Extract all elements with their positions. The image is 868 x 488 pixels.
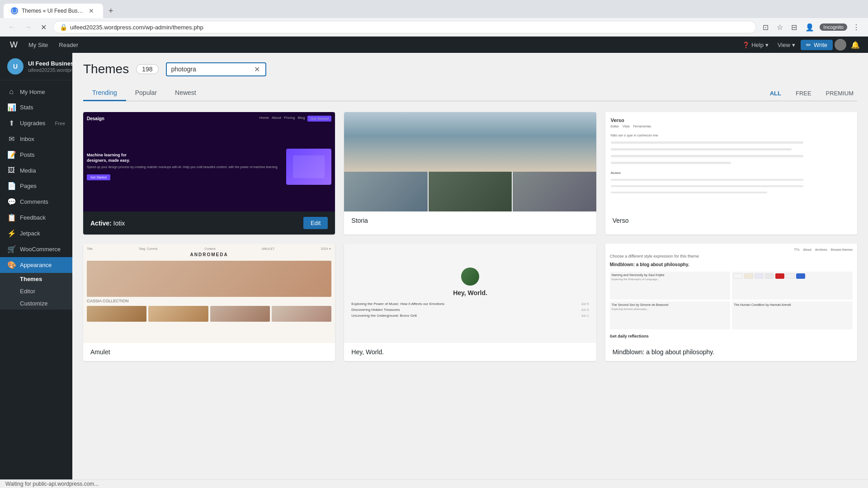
amulet-name: Amulet [90, 348, 110, 356]
write-button[interactable]: ✏ Write [801, 40, 833, 50]
sidebar-site-info[interactable]: U UI Feed Business uifeed20235.wordpress… [0, 53, 72, 80]
storia-img-1 [344, 172, 427, 211]
filter-free[interactable]: FREE [792, 88, 815, 99]
theme-card-hey[interactable]: Hey, World. Exploring the Power of Music… [344, 244, 596, 361]
tab-title: Themes « UI Feed Business — W... [22, 8, 83, 14]
help-button[interactable]: ❓ Help ▾ [739, 37, 772, 53]
sidebar-item-feedback[interactable]: 📋 Feedback [0, 210, 72, 225]
sidebar-sub-customize[interactable]: Customize [0, 297, 72, 310]
mb-card-2 [732, 272, 853, 300]
stats-icon: 📊 [7, 103, 15, 112]
badge-blue [796, 273, 805, 279]
theme-card-iotix[interactable]: Desaign Home About Pricing Blog Get Star… [83, 112, 335, 235]
verso-line-5 [611, 179, 804, 181]
help-icon: ❓ [742, 42, 750, 48]
search-clear-button[interactable]: ✕ [253, 65, 261, 74]
theme-active-bar: Active: Iotix Edit [83, 211, 335, 235]
sidebar-item-woocommerce[interactable]: 🛒 WooCommerce [0, 241, 72, 257]
themes-search-container[interactable]: ✕ [166, 62, 266, 76]
back-button[interactable]: ← [5, 21, 18, 33]
more-menu-button[interactable]: ⋮ [850, 21, 863, 33]
theme-verso-info: Verso [605, 211, 857, 230]
filter-premium[interactable]: PREMIUM [822, 88, 857, 99]
theme-card-verso[interactable]: Verso Editar Vista Ferramentas Não sei o… [605, 112, 857, 235]
jetpack-icon: ⚡ [7, 229, 15, 238]
theme-mindblown-info: Mindblown: a blog about philosophy. [605, 343, 857, 361]
security-icon: 🔒 [60, 23, 67, 31]
reload-button[interactable]: ✕ [38, 21, 49, 33]
new-tab-button[interactable]: + [105, 5, 117, 18]
theme-verso-screenshot: Verso Editar Vista Ferramentas Não sei o… [605, 112, 857, 211]
bookmark-icon[interactable]: ☆ [774, 21, 786, 33]
sidebar-item-media[interactable]: 🖼 Media [0, 163, 72, 178]
storia-top [344, 112, 596, 172]
notifications-icon[interactable]: 🔔 [848, 41, 863, 49]
status-bar: Waiting for public-api.wordpress.com... [0, 479, 868, 488]
sidebar-item-my-home[interactable]: ⌂ My Home [0, 84, 72, 99]
page-title: Themes [83, 62, 129, 76]
iotix-visual-inner [293, 155, 325, 178]
sidebar-item-posts[interactable]: 📝 Posts [0, 147, 72, 163]
theme-card-storia[interactable]: Storia [344, 112, 596, 235]
tab-trending[interactable]: Trending [83, 85, 126, 101]
theme-card-amulet[interactable]: TitleStay. Current.ContentAMULET2024 ✦ A… [83, 244, 335, 361]
upgrades-icon: ⬆ [7, 119, 15, 127]
sidebar-item-appearance[interactable]: 🎨 Appearance [0, 257, 72, 273]
iotix-nav: Desaign Home About Pricing Blog Get Star… [87, 116, 331, 122]
view-label: View [778, 42, 790, 48]
tab-popular[interactable]: Popular [126, 85, 166, 101]
sidebar-item-jetpack[interactable]: ⚡ Jetpack [0, 225, 72, 241]
theme-hey-screenshot: Hey, World. Exploring the Power of Music… [344, 244, 596, 343]
mb-card-4: The Human Condition by Hannah Arendt [732, 301, 853, 329]
cast-icon[interactable]: ⊡ [760, 21, 771, 33]
iotix-visual [286, 149, 331, 185]
iotix-cta: Get Started [307, 116, 331, 122]
sidebar-item-upgrades[interactable]: ⬆ Upgrades Free [0, 115, 72, 131]
filter-all[interactable]: ALL [766, 88, 785, 99]
theme-amulet-info: Amulet [83, 343, 335, 361]
theme-iotix-screenshot: Desaign Home About Pricing Blog Get Star… [83, 112, 335, 211]
tab-newest-label: Newest [175, 89, 196, 96]
sidebar-sub-editor[interactable]: Editor [0, 285, 72, 297]
hey-post-1: Exploring the Power of Music: How it Aff… [351, 302, 589, 306]
hey-title: Hey, World. [453, 289, 487, 296]
sidebar-item-stats[interactable]: 📊 Stats [0, 99, 72, 115]
amulet-brand: ANDROMEDA [87, 252, 331, 257]
browser-tab-active[interactable]: Themes « UI Feed Business — W... ✕ [4, 4, 103, 18]
browser-chrome: Themes « UI Feed Business — W... ✕ + ← →… [0, 0, 868, 37]
active-label: Active: Iotix [90, 220, 125, 227]
mb-card-1: Naming and Necessity by Saul Kripke Expl… [610, 272, 731, 300]
sidebar-item-comments[interactable]: 💬 Comments [0, 194, 72, 210]
sidebar-sub-menu: Themes Editor Customize [0, 273, 72, 310]
sidebar-item-inbox[interactable]: ✉ Inbox [0, 131, 72, 147]
theme-card-mindblown[interactable]: TTx About Archives Browse themes Choose … [605, 244, 857, 361]
sidebar-item-jetpack-label: Jetpack [20, 230, 65, 237]
admin-bar-my-site[interactable]: My Site [24, 37, 52, 53]
view-button[interactable]: View ▾ [774, 37, 799, 53]
view-dropdown-icon: ▾ [792, 42, 795, 48]
tab-newest[interactable]: Newest [166, 85, 205, 101]
forward-button[interactable]: → [22, 21, 34, 33]
tab-close-button[interactable]: ✕ [87, 6, 96, 15]
theme-storia-screenshot [344, 112, 596, 211]
sidebar-item-pages[interactable]: 📄 Pages [0, 178, 72, 194]
sidebar-sub-themes[interactable]: Themes [0, 273, 72, 285]
sidebar: U UI Feed Business uifeed20235.wordpress… [0, 53, 72, 479]
user-avatar[interactable] [835, 39, 846, 51]
address-bar[interactable]: 🔒 uifeed20235.wordpress.com/wp-admin/the… [53, 21, 756, 33]
sidebar-nav: ⌂ My Home 📊 Stats ⬆ Upgrades Free ✉ Inbo… [0, 80, 72, 313]
storia-name: Storia [351, 217, 368, 224]
themes-search-input[interactable] [171, 66, 250, 73]
sidebar-icon[interactable]: ⊟ [788, 21, 800, 33]
admin-bar-reader[interactable]: Reader [54, 37, 83, 53]
theme-edit-button[interactable]: Edit [303, 217, 328, 229]
amulet-product-3 [210, 306, 270, 322]
themes-sub-label: Themes [20, 276, 42, 282]
user-icon[interactable]: 👤 [802, 21, 817, 33]
badge-light2 [786, 273, 795, 279]
badge-cool [755, 273, 764, 279]
color-style-badges [734, 273, 851, 279]
theme-grid: Desaign Home About Pricing Blog Get Star… [83, 112, 857, 361]
main-layout: U UI Feed Business uifeed20235.wordpress… [0, 53, 868, 479]
wp-logo-item[interactable]: W [5, 37, 22, 53]
